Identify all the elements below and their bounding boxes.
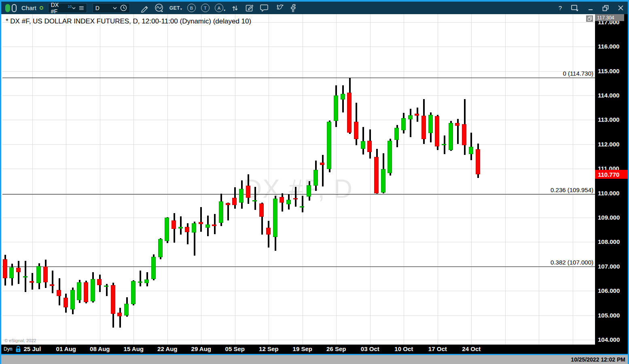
candle-body (158, 239, 163, 257)
trade-button[interactable]: T (201, 4, 210, 12)
price-axis[interactable]: 117.304 110.770 104.000105.000106.000107… (595, 14, 629, 345)
date-gridline (438, 14, 438, 345)
facebook-button[interactable] (289, 4, 296, 13)
candle-body (381, 169, 385, 193)
fib-level-label: 0.236 (109.954) (551, 186, 593, 193)
time-template-icon[interactable] (120, 4, 127, 11)
get-button[interactable]: GET▾ (169, 5, 182, 11)
candle-body (341, 94, 345, 99)
date-tick-label: 08 Aug (87, 345, 113, 352)
date-tick-label: 24 Oct (458, 345, 484, 352)
fib-level-label: 0 (114.730) (563, 70, 593, 77)
candle-body (3, 259, 7, 278)
chart-title: * DX #F, US DOLLAR INDEX FUTURES, D, 12:… (6, 17, 251, 25)
candle-wick (322, 155, 324, 186)
candle-body (327, 122, 331, 169)
chevron-down-icon[interactable] (112, 6, 117, 11)
candle-body (469, 147, 473, 154)
close-button[interactable] (618, 5, 624, 11)
sort-arrows-button[interactable] (231, 4, 239, 13)
help-button[interactable]: ? (559, 4, 562, 11)
chevron-down-icon[interactable] (72, 6, 76, 11)
pencil-icon (140, 4, 149, 13)
candle-wick (227, 203, 229, 220)
candle-body (266, 228, 271, 235)
price-tick-label: 109.000 (598, 214, 620, 221)
symbol-input[interactable]: DX #F 10 (48, 3, 87, 13)
window-controls: ? (559, 2, 624, 14)
circled-a-icon: A (215, 4, 223, 12)
facebook-icon (289, 4, 296, 13)
link-group-icon[interactable] (40, 6, 43, 10)
date-tick-label: 03 Oct (357, 345, 383, 352)
interval-input[interactable]: D (93, 3, 130, 13)
logo-pill-filled-icon (5, 4, 10, 12)
candle-body (144, 279, 149, 283)
notes-button[interactable] (245, 3, 254, 13)
candle-body (212, 224, 216, 226)
candle-body (394, 128, 399, 140)
chat-button[interactable] (259, 4, 269, 13)
candle-body (286, 200, 291, 204)
date-gridline (573, 14, 573, 345)
candle-body (388, 141, 392, 173)
esignal-chart-window: Chart DX #F 10 D GET▾ B T (0, 0, 629, 364)
up-down-arrows-icon (231, 4, 239, 13)
candle-body (435, 116, 439, 146)
price-gridline (2, 340, 595, 340)
candle-body (219, 201, 223, 223)
price-tick-label: 108.000 (598, 238, 620, 245)
candle-body (442, 144, 446, 145)
minimize-button[interactable] (588, 5, 593, 11)
candle-body (307, 185, 311, 197)
date-gridline (201, 14, 201, 345)
price-gridline (2, 47, 595, 47)
esignal-logo-icon (5, 4, 17, 12)
candle-wick (302, 196, 303, 213)
dynamic-mode-label: Dyn (4, 346, 12, 352)
price-tick-label: 110.000 (598, 190, 619, 197)
candle-body (185, 227, 189, 232)
price-tick-label: 104.000 (598, 336, 620, 343)
window-menu-button[interactable] (571, 4, 579, 12)
date-tick-label: 22 Aug (155, 345, 180, 352)
twitter-bird-icon (274, 4, 284, 13)
restore-icon (587, 16, 592, 21)
candle-body (199, 222, 203, 224)
candle-body (334, 95, 338, 121)
date-tick-label: 05 Sep (222, 345, 248, 352)
candle-body (273, 199, 277, 237)
dropdown-arrow-icon: ▾ (224, 8, 225, 12)
candle-body (97, 279, 102, 286)
price-tick-label: 106.000 (598, 287, 620, 294)
chart-restore-button[interactable] (586, 15, 593, 22)
bid-button[interactable]: B (187, 4, 196, 12)
twitter-button[interactable] (274, 4, 284, 13)
alert-button[interactable]: A▾ (215, 4, 225, 12)
symbol-menu-icon[interactable] (79, 6, 84, 11)
candle-wick (295, 187, 296, 207)
fib-level-label: 0.382 (107.000) (551, 259, 593, 266)
price-gridline (2, 242, 595, 242)
candle-body (138, 281, 142, 283)
date-axis[interactable]: Dyn 25 Jul01 Aug08 Aug15 Aug22 Aug29 Aug… (1, 345, 629, 354)
chat-bubble-icon (259, 4, 269, 13)
date-gridline (471, 14, 472, 345)
candle-body (30, 281, 34, 283)
candle-body (43, 267, 48, 282)
logo-pill-outline-icon (12, 4, 17, 12)
candle-body (57, 290, 61, 296)
interval-value: D (95, 5, 100, 11)
draw-pencil-button[interactable] (140, 4, 149, 13)
candle-wick (119, 308, 121, 328)
candle-body (232, 198, 237, 205)
candle-body (449, 123, 453, 150)
candle-body (455, 123, 460, 126)
chart-watermark: DX #F, D (243, 174, 353, 204)
restore-button[interactable] (602, 5, 609, 11)
chart-canvas[interactable]: * DX #F, US DOLLAR INDEX FUTURES, D, 12:… (2, 14, 595, 345)
date-tick-label: 29 Aug (188, 345, 214, 352)
candle-wick (200, 207, 202, 232)
study-line-button[interactable] (155, 3, 164, 13)
date-gridline (167, 14, 168, 345)
